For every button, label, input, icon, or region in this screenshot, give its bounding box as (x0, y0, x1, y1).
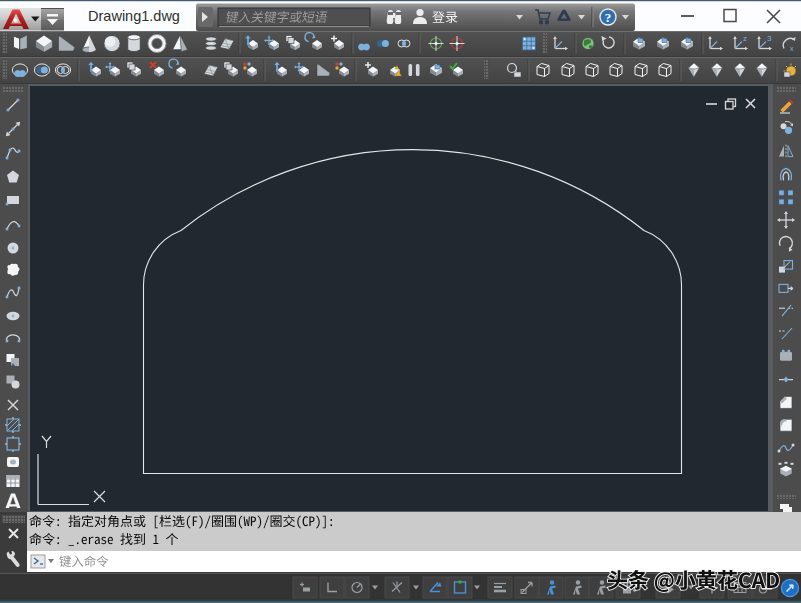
svg-text:3: 3 (767, 34, 772, 43)
svg-text:x: x (790, 45, 794, 52)
svg-text:z: z (743, 34, 747, 43)
svg-text:?: ? (605, 10, 612, 25)
svg-text:Drawing1.dwg: Drawing1.dwg (88, 8, 180, 24)
